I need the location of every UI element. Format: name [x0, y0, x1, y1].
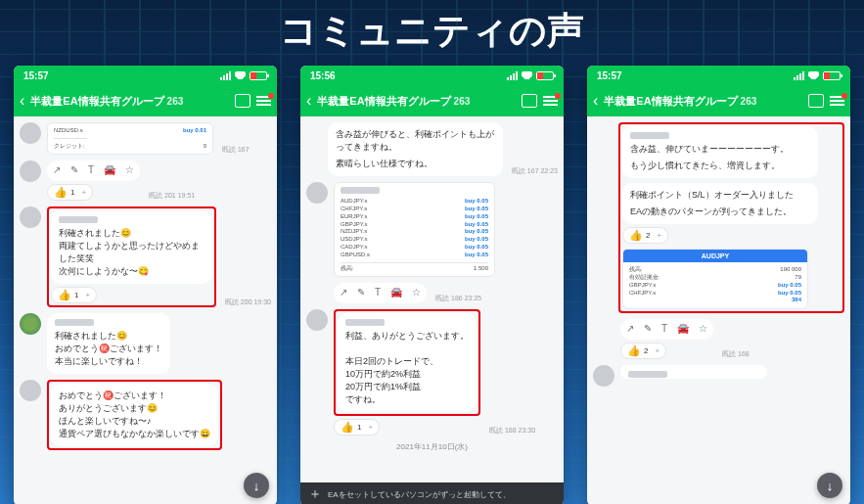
chat-bubble: 利確されました😊 おめでとう㊗️ございます！ 本当に楽しいですね！ — [47, 313, 170, 374]
toolbar-bubble: ↗✎T🚘☆ — [334, 283, 427, 303]
trade-screenshot: AUDJPY.sbuy 0.05CHFJPY.sbuy 0.05EURJPY.s… — [334, 182, 495, 277]
redacted-name — [628, 371, 667, 378]
read-meta: 既読 188 23:30 — [489, 426, 535, 435]
battery-icon — [536, 71, 554, 80]
back-icon[interactable]: ‹ — [306, 92, 311, 110]
chat-input-bar[interactable]: ＋ EAをセットしているパソコンがずっと起動してて、 — [300, 482, 564, 504]
highlight-box: おめでとう㊗️ございます！ ありがとうございます😊 ほんと楽しいですね〜♪ 通貨… — [47, 380, 222, 450]
signal-icon — [794, 71, 804, 80]
back-icon[interactable]: ‹ — [593, 92, 598, 110]
shot-header: AUDJPY — [623, 250, 807, 262]
signal-icon — [507, 71, 518, 80]
pencil-icon: ✎ — [70, 163, 78, 178]
text-icon: T — [88, 163, 94, 178]
highlight-box: 含み益、伸びていまーーーーーーーす。 もう少し慣れてきたら、増資します。 利確ポ… — [618, 122, 844, 313]
star-icon: ☆ — [699, 322, 707, 337]
chat-title[interactable]: 半裁量EA情報共有グループ263 — [30, 94, 229, 109]
pencil-icon: ✎ — [357, 286, 365, 300]
car-icon: 🚘 — [390, 286, 402, 300]
screen-share-icon[interactable] — [522, 94, 537, 108]
avatar[interactable] — [306, 182, 328, 204]
menu-wrap[interactable] — [256, 96, 271, 106]
clock: 15:57 — [23, 70, 49, 81]
chat-title[interactable]: 半裁量EA情報共有グループ263 — [604, 94, 802, 109]
chat-header: ‹ 半裁量EA情報共有グループ263 — [300, 85, 564, 116]
page-title: コミュニティの声 — [0, 0, 864, 66]
message-item: ↗✎T🚘☆ 👍1+ 既読 201 19:51 — [20, 160, 271, 201]
signal-icon — [220, 71, 231, 80]
arrow-up-icon: ↗ — [340, 286, 347, 300]
chat-header: ‹ 半裁量EA情報共有グループ263 — [587, 85, 850, 116]
chat-title[interactable]: 半裁量EA情報共有グループ263 — [317, 94, 516, 109]
star-icon: ☆ — [125, 163, 134, 178]
wifi-icon — [235, 71, 246, 79]
avatar[interactable] — [20, 206, 41, 228]
avatar[interactable] — [20, 380, 41, 401]
message-item: 利確されました😊 おめでとう㊗️ございます！ 本当に楽しいですね！ — [20, 313, 271, 374]
reaction[interactable]: 👍2+ — [620, 343, 666, 359]
avatar[interactable] — [20, 313, 41, 335]
avatar[interactable] — [306, 309, 328, 331]
message-item — [593, 365, 844, 387]
avatar[interactable] — [20, 160, 41, 182]
scroll-down-button[interactable]: ↓ — [244, 473, 269, 498]
back-icon[interactable]: ‹ — [20, 92, 24, 110]
message-item: 利確されました😊 両建てしようかと思ったけどやめました笑笑 次何にしようかな〜😋… — [20, 206, 271, 307]
menu-wrap[interactable] — [830, 96, 844, 106]
chat-bubble: 含み益が伸びると、利確ポイントも上がってきますね。 素晴らしい仕様ですね。 — [328, 122, 503, 176]
highlight-box: 利益、ありがとうございます。 本日2回のトレードで、 10万円で約2%利益 20… — [334, 309, 480, 416]
car-icon: 🚘 — [677, 322, 689, 337]
text-icon: T — [375, 286, 381, 300]
redacted-name — [59, 216, 98, 223]
notification-dot-icon — [841, 93, 847, 99]
phone-2: 15:56 ‹ 半裁量EA情報共有グループ263 含み益が伸びると、利確ポイント… — [300, 66, 564, 504]
message-item: AUDJPY.sbuy 0.05CHFJPY.sbuy 0.05EURJPY.s… — [306, 182, 558, 277]
clock: 15:56 — [310, 70, 336, 81]
chat-feed[interactable]: 含み益が伸びると、利確ポイントも上がってきますね。 素晴らしい仕様ですね。 既読… — [300, 116, 564, 482]
chat-bubble: 利益、ありがとうございます。 本日2回のトレードで、 10万円で約2%利益 20… — [338, 313, 477, 412]
notification-dot-icon — [268, 93, 274, 99]
plus-icon[interactable]: ＋ — [308, 485, 322, 503]
redacted-name — [341, 187, 380, 194]
read-meta: 既読 168 — [722, 349, 750, 359]
redacted-name — [55, 319, 94, 326]
star-icon: ☆ — [412, 286, 421, 300]
battery-icon — [823, 71, 841, 80]
reaction[interactable]: 👍2+ — [622, 227, 668, 244]
chat-bubble: 利確されました😊 両建てしようかと思ったけどやめました笑笑 次何にしようかな〜😋 — [51, 210, 212, 284]
car-icon: 🚘 — [104, 163, 115, 178]
clock: 15:57 — [597, 70, 622, 81]
avatar[interactable] — [20, 122, 41, 144]
screen-share-icon[interactable] — [235, 94, 250, 108]
read-meta: 既読 200 19:30 — [225, 298, 271, 307]
menu-wrap[interactable] — [543, 96, 558, 106]
reaction[interactable]: 👍1+ — [334, 419, 380, 435]
chat-feed[interactable]: 含み益、伸びていまーーーーーーーす。 もう少し慣れてきたら、増資します。 利確ポ… — [587, 116, 850, 504]
chat-bubble: 含み益、伸びていまーーーーーーーす。 もう少し慣れてきたら、増資します。 — [622, 126, 818, 178]
chat-bubble: おめでとう㊗️ございます！ ありがとうございます😊 ほんと楽しいですね〜♪ 通貨… — [51, 384, 218, 446]
phones-row: 15:57 ‹ 半裁量EA情報共有グループ263 NZDUSD.sbuy 0.0… — [0, 66, 864, 504]
status-bar: 15:57 — [14, 66, 277, 85]
reaction[interactable]: 👍1+ — [51, 287, 97, 303]
phone-1: 15:57 ‹ 半裁量EA情報共有グループ263 NZDUSD.sbuy 0.0… — [14, 66, 277, 504]
redacted-name — [630, 132, 669, 139]
toolbar-bubble: ↗✎T🚘☆ — [47, 160, 140, 181]
status-bar: 15:57 — [587, 66, 850, 85]
input-preview[interactable]: EAをセットしているパソコンがずっと起動してて、 — [328, 489, 511, 500]
message-item: ↗✎T🚘☆ 👍2+ 既読 168 — [593, 319, 844, 359]
scroll-down-button[interactable]: ↓ — [817, 473, 842, 498]
chat-bubble: 利確ポイント（S/L）オーダー入りました EAの動きのパターンが判ってきました。 — [622, 183, 818, 224]
wifi-icon — [522, 71, 532, 79]
message-item: NZDUSD.sbuy 0.01 ──────── クレジット:0 既読 167 — [20, 122, 271, 155]
avatar[interactable] — [593, 365, 614, 387]
pencil-icon: ✎ — [644, 322, 652, 337]
reaction[interactable]: 👍1+ — [47, 184, 93, 201]
screen-share-icon[interactable] — [808, 94, 824, 108]
arrow-up-icon: ↗ — [626, 322, 634, 337]
date-divider: 2021年11月10日(水) — [306, 441, 558, 452]
message-item: ↗✎T🚘☆ 既読 186 23:25 — [306, 283, 558, 303]
notification-dot-icon — [555, 93, 561, 99]
chat-feed[interactable]: NZDUSD.sbuy 0.01 ──────── クレジット:0 既読 167… — [14, 116, 277, 504]
read-meta: 既読 167 — [222, 145, 250, 155]
toolbar-bubble: ↗✎T🚘☆ — [620, 319, 713, 340]
